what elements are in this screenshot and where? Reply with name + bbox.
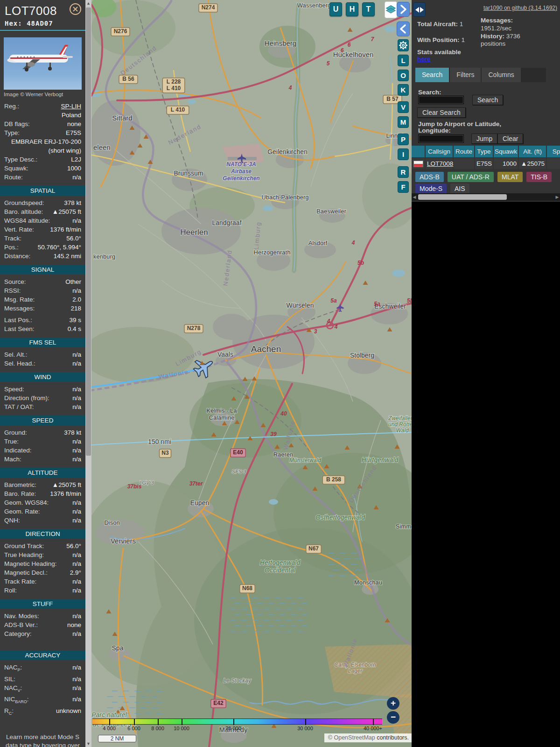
road-number-label: 37ter	[189, 480, 203, 487]
table-header[interactable]: Squawk	[494, 146, 518, 157]
data-value: ▲25075 ft	[43, 207, 81, 216]
map-label: SFS 3	[232, 469, 246, 474]
layer-button-P[interactable]: P	[398, 134, 409, 145]
layer-button-K[interactable]: K	[398, 84, 409, 96]
svg-text:N274: N274	[202, 4, 215, 11]
data-row: Distance:145.2 nmi	[4, 252, 81, 261]
data-value: 1376 ft/min	[36, 489, 81, 498]
source-filter-mlat[interactable]: MLAT	[497, 172, 523, 182]
data-row: Sel. Alt.:n/a	[4, 350, 81, 359]
jump-button[interactable]: Jump	[471, 134, 497, 144]
data-row: Type Desc.:L2J	[4, 155, 81, 164]
table-callsign[interactable]: LOT7008	[426, 158, 453, 169]
source-filter-ads-b[interactable]: ADS-B	[415, 172, 444, 182]
jump-input[interactable]	[418, 134, 464, 143]
table-header[interactable]: Type	[475, 146, 493, 157]
tab-search[interactable]: Search	[415, 68, 449, 82]
table-squawk: 1000	[494, 158, 518, 169]
section-rows: Groundspeed:378 ktBaro. altitude:▲25075 …	[0, 197, 85, 261]
legend-tick	[158, 719, 159, 725]
map-label: Dison	[104, 519, 119, 526]
source-filter-mode-s[interactable]: Mode-S	[415, 183, 447, 194]
photo-credit: Image © Werner Verbogt	[4, 92, 82, 97]
data-row: Vert. Rate:1376 ft/min	[4, 225, 81, 234]
layer-button-L[interactable]: L	[398, 55, 409, 66]
messages-stat-label: Messages:	[481, 17, 513, 24]
panel-toggle-button[interactable]	[413, 2, 426, 17]
layer-button-O[interactable]: O	[398, 70, 409, 81]
data-value: n/a	[44, 550, 81, 559]
layer-button-V[interactable]: V	[398, 101, 409, 113]
table-header[interactable]: Alt. (ft)	[519, 146, 546, 157]
sidebar-scrollbar[interactable]: ▲ ▼	[85, 0, 91, 747]
table-header[interactable]	[412, 146, 425, 157]
aircraft-photo[interactable]	[4, 37, 82, 90]
panel-scrollbar-thumb[interactable]	[418, 194, 507, 200]
table-header[interactable]: Callsign	[426, 146, 453, 157]
sidebar-scrollbar-thumb[interactable]	[86, 7, 91, 456]
layer-button-M[interactable]: M	[398, 116, 409, 128]
attribution-osm[interactable]: © OpenStreetMap	[328, 734, 377, 741]
svg-text:L 410: L 410	[171, 106, 185, 113]
data-value: L2J	[37, 155, 81, 164]
map-label: Monschau	[354, 579, 382, 586]
settings-gear-icon[interactable]	[398, 39, 409, 51]
flag-cell	[412, 158, 425, 169]
road-number-label: 4	[334, 324, 338, 330]
history-suffix: positions	[481, 40, 505, 47]
collapse-sidebar-button[interactable]	[397, 21, 410, 36]
github-version-link[interactable]: tar1090 on github (3.14.1692)	[483, 5, 557, 11]
data-value: EMBRAER ERJ-170-200	[4, 137, 81, 146]
layers-button[interactable]	[385, 1, 397, 18]
map-label: Heinsberg	[265, 39, 296, 47]
data-row: True:n/a	[4, 437, 81, 446]
svg-text:B 57: B 57	[386, 96, 399, 102]
layer-button-F[interactable]: F	[398, 181, 409, 193]
map-label: Geilenkirchen	[267, 148, 308, 155]
layer-button-I[interactable]: I	[398, 148, 409, 160]
clear-search-button[interactable]: Clear Search	[417, 107, 466, 118]
zoom-out-button[interactable]: −	[387, 711, 399, 724]
registration-link[interactable]: SP-LIH	[19, 102, 81, 111]
map-button-U[interactable]: U	[329, 2, 342, 16]
tab-columns[interactable]: Columns	[482, 68, 520, 82]
map-label: Hückelhoven	[333, 50, 374, 58]
map-button-H[interactable]: H	[346, 2, 358, 16]
svg-text:B 258: B 258	[326, 476, 341, 483]
table-header[interactable]: Route	[454, 146, 474, 157]
map-canvas[interactable]: WassenbergHeinsbergHückelhovenSittardele…	[91, 0, 412, 747]
road-shield: N3	[160, 449, 171, 458]
section-rows: Sel. Alt.:n/aSel. Head.:n/a	[0, 349, 85, 368]
scroll-down-icon[interactable]: ▼	[85, 740, 91, 747]
scroll-up-icon[interactable]: ▲	[85, 0, 91, 7]
road-shield: N278	[184, 324, 203, 333]
data-row: Mach:n/a	[4, 455, 81, 464]
data-value: Poland	[4, 111, 81, 120]
layer-button-R[interactable]: R	[398, 166, 409, 178]
map-button-T[interactable]: T	[362, 2, 375, 16]
close-icon[interactable]	[69, 3, 82, 15]
source-filter-uat-ads-r[interactable]: UAT / ADS-R	[448, 172, 494, 182]
road-number-label: 5a	[374, 301, 380, 307]
data-row: RC:unknown	[4, 706, 81, 718]
zoom-in-button[interactable]: +	[387, 697, 399, 710]
source-filter-ais[interactable]: AIS	[450, 183, 469, 194]
map-label: Lager	[348, 668, 363, 674]
table-header[interactable]: Sp	[547, 146, 560, 157]
scroll-left-icon[interactable]: ◀	[412, 193, 417, 201]
table-route	[454, 158, 474, 169]
map-label: Hürtgenwald	[362, 456, 399, 464]
panel-horizontal-scrollbar[interactable]: ◀ ▶	[412, 193, 560, 201]
data-value: n/a	[34, 402, 81, 411]
stats-here-link[interactable]: here	[417, 56, 431, 63]
expand-panel-button[interactable]	[397, 2, 410, 17]
search-button[interactable]: Search	[472, 95, 503, 105]
tab-filters[interactable]: Filters	[450, 68, 481, 82]
map-label: Calamine	[209, 414, 235, 421]
map-label: Simme	[396, 523, 412, 530]
clear-jump-button[interactable]: Clear	[497, 134, 523, 144]
data-value: n/a	[40, 507, 81, 516]
search-input[interactable]	[418, 96, 464, 104]
scroll-right-icon[interactable]: ▶	[554, 193, 560, 201]
source-filter-tis-b[interactable]: TIS-B	[526, 172, 552, 182]
